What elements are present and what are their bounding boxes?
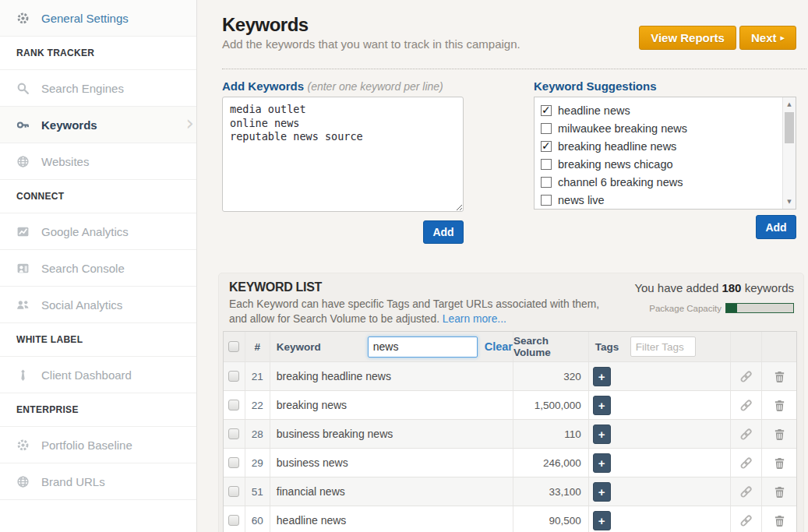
suggestion-checkbox[interactable] [541, 105, 552, 116]
table-row: 29 business news 246,000 + [224, 448, 796, 477]
suggestion-checkbox[interactable] [541, 195, 552, 206]
sidebar-item-client-dashboard[interactable]: Client Dashboard [0, 357, 196, 393]
chart-icon [16, 225, 30, 238]
sidebar-item-websites[interactable]: Websites [0, 143, 196, 180]
suggestion-checkbox[interactable] [541, 177, 552, 188]
sidebar: General Settings RANK TRACKER Search Eng… [0, 0, 197, 532]
sidebar-item-label: Social Analytics [41, 298, 122, 312]
view-reports-button[interactable]: View Reports [639, 26, 736, 50]
suggestion-checkbox[interactable] [541, 159, 552, 170]
add-tag-button[interactable]: + [593, 511, 611, 530]
sidebar-item-portfolio-baseline[interactable]: Portfolio Baseline [0, 427, 196, 463]
learn-more-link[interactable]: Learn more... [443, 313, 506, 325]
target-url-link-icon[interactable] [739, 399, 753, 412]
add-keywords-label: Add Keywords [222, 79, 304, 93]
add-tag-button[interactable]: + [593, 482, 611, 502]
suggestion-item[interactable]: channel 6 breaking news [541, 173, 777, 191]
sidebar-item-social-analytics[interactable]: Social Analytics [0, 287, 196, 323]
sidebar-item-general-settings[interactable]: General Settings [0, 0, 196, 37]
package-capacity-bar [725, 303, 794, 313]
next-button[interactable]: Next▸ [739, 26, 796, 50]
target-url-link-icon[interactable] [739, 370, 753, 383]
sidebar-item-label: Search Console [41, 262, 125, 275]
add-keywords-hint: (enter one keyword per line) [307, 80, 443, 93]
table-row: 28 business breaking news 110 + [224, 419, 796, 448]
main-content: Keywords Add the keywords that you want … [198, 0, 808, 532]
row-number: 60 [245, 506, 270, 532]
row-number: 28 [245, 420, 270, 448]
clear-filter-link[interactable]: Clear [485, 340, 513, 353]
add-tag-button[interactable]: + [593, 453, 611, 473]
suggestion-item[interactable]: breaking headline news [541, 137, 777, 155]
suggestion-checkbox[interactable] [541, 141, 552, 152]
row-checkbox[interactable] [228, 486, 239, 497]
sidebar-item-label: Client Dashboard [41, 368, 132, 382]
row-keyword: business breaking news [270, 420, 513, 448]
row-checkbox[interactable] [228, 515, 239, 526]
row-checkbox[interactable] [228, 371, 239, 382]
target-url-link-icon[interactable] [739, 456, 753, 470]
gear-icon [16, 439, 30, 452]
delete-trash-icon[interactable] [774, 399, 785, 412]
keyword-list-description: Each Keyword can have specific Tags and … [229, 298, 599, 326]
sidebar-section-rank-tracker: RANK TRACKER [0, 37, 196, 70]
suggestion-item[interactable]: breaking news chicago [541, 155, 777, 173]
row-checkbox[interactable] [228, 457, 239, 468]
tie-icon [16, 368, 30, 382]
add-tag-button[interactable]: + [593, 367, 611, 386]
scrollbar[interactable]: ▲ ▼ [782, 97, 796, 209]
delete-trash-icon[interactable] [774, 456, 785, 470]
key-icon [16, 118, 30, 132]
keyword-suggestions-section: Keyword Suggestions headline news milwau… [534, 79, 796, 210]
scroll-down-icon[interactable]: ▼ [783, 196, 796, 208]
add-tag-button[interactable]: + [593, 396, 611, 415]
package-capacity-label: Package Capacity [649, 304, 722, 313]
suggestion-item[interactable]: headline news [541, 101, 777, 119]
column-header-tags: Tags [593, 341, 630, 353]
gear-icon [16, 12, 30, 25]
scroll-up-icon[interactable]: ▲ [783, 98, 796, 111]
keyword-list-card: KEYWORD LIST Each Keyword can have speci… [218, 273, 804, 532]
add-keywords-textarea[interactable] [222, 97, 464, 212]
page-subtitle: Add the keywords that you want to track … [222, 37, 520, 51]
add-suggestions-button[interactable]: Add [756, 215, 796, 239]
row-checkbox[interactable] [228, 428, 239, 439]
sidebar-item-brand-urls[interactable]: Brand URLs [0, 463, 196, 500]
keywords-added-count: 180 [722, 281, 741, 294]
table-row: 51 financial news 33,100 + [224, 477, 796, 506]
sidebar-item-keywords[interactable]: Keywords › [0, 107, 196, 143]
keyword-filter-input[interactable] [368, 336, 478, 358]
row-number: 21 [245, 362, 270, 390]
scrollbar-thumb[interactable] [785, 112, 794, 143]
filter-tags-input[interactable] [630, 336, 696, 357]
suggestion-item[interactable]: news live [541, 191, 777, 209]
sidebar-item-google-analytics[interactable]: Google Analytics [0, 213, 196, 250]
sidebar-item-search-console[interactable]: Search Console [0, 250, 196, 287]
row-checkbox[interactable] [228, 400, 239, 410]
sidebar-item-label: Portfolio Baseline [41, 439, 132, 452]
keywords-added-summary: You have added 180 keywords [634, 281, 794, 294]
row-number: 51 [245, 477, 270, 506]
target-url-link-icon[interactable] [739, 485, 753, 499]
suggestion-item[interactable]: milwaukee breaking news [541, 119, 777, 137]
row-search-volume: 90,500 [513, 506, 589, 532]
column-header-search-volume: Search Volume [513, 332, 589, 361]
target-url-link-icon[interactable] [739, 428, 753, 441]
select-all-checkbox[interactable] [228, 341, 239, 352]
sidebar-item-label: Websites [41, 155, 89, 168]
delete-trash-icon[interactable] [774, 428, 785, 441]
target-url-link-icon[interactable] [739, 514, 753, 527]
delete-trash-icon[interactable] [774, 514, 785, 527]
delete-trash-icon[interactable] [774, 485, 785, 499]
suggestion-checkbox[interactable] [541, 123, 552, 134]
add-keywords-button[interactable]: Add [423, 220, 464, 244]
delete-trash-icon[interactable] [774, 370, 785, 383]
sidebar-item-search-engines[interactable]: Search Engines [0, 70, 196, 107]
globe-icon [16, 155, 30, 168]
row-keyword: business news [270, 449, 513, 477]
table-row: 21 breaking headline news 320 + [224, 361, 796, 390]
add-tag-button[interactable]: + [593, 425, 611, 444]
row-number: 22 [245, 391, 270, 419]
table-row: 60 headline news 90,500 + [224, 506, 796, 532]
row-keyword: financial news [270, 477, 513, 506]
